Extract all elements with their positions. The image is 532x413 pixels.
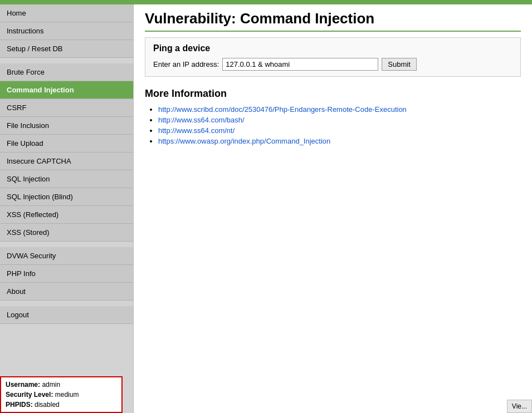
security-label: Security Level: <box>6 391 53 399</box>
sidebar-item-about[interactable]: About <box>0 283 133 301</box>
sidebar: HomeInstructionsSetup / Reset DBBrute Fo… <box>0 4 134 413</box>
ping-form: Enter an IP address: Submit <box>153 58 513 71</box>
more-info-link[interactable]: http://www.ss64.com/nt/ <box>158 126 235 135</box>
status-bar: Username: admin Security Level: medium P… <box>0 376 123 413</box>
sidebar-item-logout[interactable]: Logout <box>0 306 133 324</box>
view-button[interactable]: Vie... <box>507 400 532 413</box>
username-value: admin <box>42 381 60 389</box>
more-info-section: More Information http://www.scribd.com/d… <box>145 88 521 145</box>
sidebar-item-command-injection[interactable]: Command Injection <box>0 81 133 99</box>
more-info-link[interactable]: http://www.ss64.com/bash/ <box>158 116 245 124</box>
more-info-link-item: http://www.ss64.com/bash/ <box>158 116 521 124</box>
security-line: Security Level: medium <box>6 390 117 400</box>
phpids-label: PHPIDS: <box>6 401 33 409</box>
sidebar-spacer <box>0 58 133 63</box>
sidebar-item-instructions[interactable]: Instructions <box>0 22 133 40</box>
submit-button[interactable]: Submit <box>382 58 416 71</box>
sidebar-item-sql-injection--blind-[interactable]: SQL Injection (Blind) <box>0 188 133 206</box>
more-info-link-item: https://www.owasp.org/index.php/Command_… <box>158 137 521 145</box>
more-info-link-item: http://www.ss64.com/nt/ <box>158 126 521 135</box>
sidebar-spacer <box>0 242 133 247</box>
ip-label: Enter an IP address: <box>153 60 219 68</box>
sidebar-item-setup---reset-db[interactable]: Setup / Reset DB <box>0 40 133 58</box>
sidebar-item-csrf[interactable]: CSRF <box>0 99 133 117</box>
ip-input[interactable] <box>222 58 378 71</box>
top-bar <box>0 0 532 4</box>
ping-box: Ping a device Enter an IP address: Submi… <box>145 37 521 77</box>
main-content: Vulnerability: Command Injection Ping a … <box>134 4 532 413</box>
more-info-link[interactable]: https://www.owasp.org/index.php/Command_… <box>158 137 330 145</box>
sidebar-item-php-info[interactable]: PHP Info <box>0 265 133 283</box>
sidebar-item-dvwa-security[interactable]: DVWA Security <box>0 247 133 265</box>
sidebar-item-file-upload[interactable]: File Upload <box>0 135 133 153</box>
page-title: Vulnerability: Command Injection <box>145 10 521 32</box>
ping-box-title: Ping a device <box>153 43 513 53</box>
sidebar-item-xss--reflected-[interactable]: XSS (Reflected) <box>0 206 133 224</box>
sidebar-item-brute-force[interactable]: Brute Force <box>0 63 133 81</box>
more-info-link[interactable]: http://www.scribd.com/doc/2530476/Php-En… <box>158 105 407 114</box>
more-info-links: http://www.scribd.com/doc/2530476/Php-En… <box>145 105 521 145</box>
more-info-link-item: http://www.scribd.com/doc/2530476/Php-En… <box>158 105 521 114</box>
username-line: Username: admin <box>6 380 117 390</box>
phpids-line: PHPIDS: disabled <box>6 400 117 410</box>
sidebar-item-home[interactable]: Home <box>0 4 133 22</box>
sidebar-item-insecure-captcha[interactable]: Insecure CAPTCHA <box>0 153 133 170</box>
sidebar-spacer <box>0 301 133 306</box>
username-label: Username: <box>6 381 40 389</box>
phpids-value: disabled <box>35 401 60 409</box>
sidebar-item-file-inclusion[interactable]: File Inclusion <box>0 117 133 135</box>
sidebar-item-xss--stored-[interactable]: XSS (Stored) <box>0 224 133 242</box>
more-info-title: More Information <box>145 88 521 100</box>
sidebar-item-sql-injection[interactable]: SQL Injection <box>0 170 133 188</box>
security-value: medium <box>55 391 79 399</box>
